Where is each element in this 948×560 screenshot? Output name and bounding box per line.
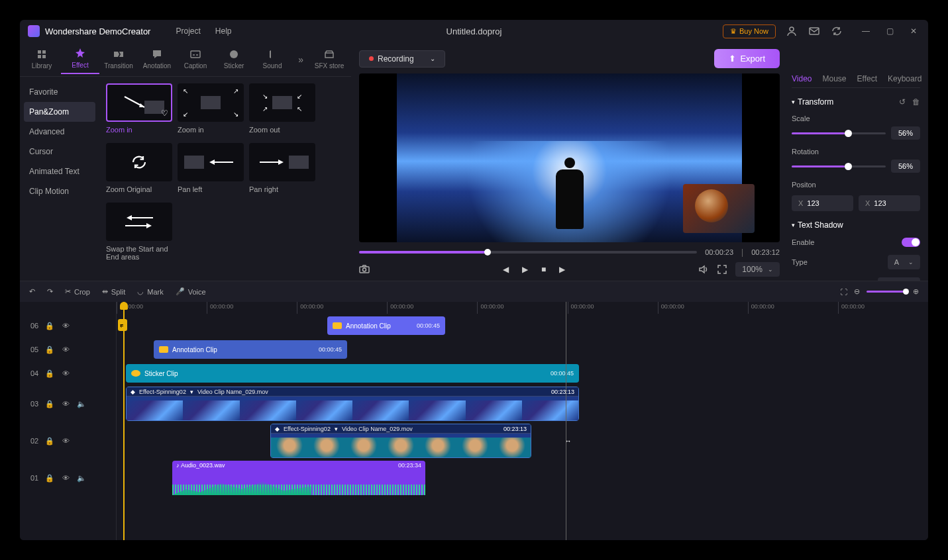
delete-icon[interactable]: 🗑	[912, 97, 920, 107]
playback-scrubber[interactable]	[359, 251, 697, 254]
section-text-shadow[interactable]: ▾ Text Shadow	[792, 220, 920, 230]
tab-sound[interactable]: Sound	[253, 45, 291, 73]
menu-project[interactable]: Project	[176, 26, 200, 36]
lock-icon[interactable]: 🔒	[45, 399, 54, 408]
annotation-clip[interactable]: Annotation Clip 00:00:45	[154, 340, 347, 359]
track-02[interactable]: ◆Effect-Spinning02▾Video Clip Name_029.m…	[117, 422, 928, 459]
zoom-out-button[interactable]: ⊖	[854, 287, 860, 296]
video-clip[interactable]: ◆Effect-Spinning02▾Video Clip Name_029.m…	[126, 387, 579, 421]
track-05[interactable]: Annotation Clip 00:00:45	[117, 338, 928, 361]
lock-icon[interactable]: 🔒	[45, 321, 54, 330]
sticker-clip[interactable]: Sticker Clip 00:00:45	[126, 364, 579, 383]
tab-caption[interactable]: Caption	[176, 45, 215, 73]
category-animated-text[interactable]: Animated Text	[20, 162, 99, 181]
next-frame-button[interactable]: ▶	[559, 265, 565, 274]
tab-library[interactable]: Library	[23, 45, 61, 73]
eye-icon[interactable]: 👁	[61, 436, 70, 445]
volume-button[interactable]	[698, 264, 709, 275]
props-tab-mouse[interactable]: Mouse	[822, 74, 846, 83]
mail-icon[interactable]	[808, 24, 821, 38]
lock-icon[interactable]: 🔒	[45, 369, 54, 378]
track-03[interactable]: ◆Effect-Spinning02▾Video Clip Name_029.m…	[117, 385, 928, 422]
play-button[interactable]: ▶	[522, 265, 528, 274]
enable-toggle[interactable]	[902, 238, 920, 247]
effect-zoom-out[interactable]: ↘↙↗↖ Zoom out	[249, 83, 315, 134]
preview-viewport[interactable]	[359, 73, 780, 242]
type-dropdown[interactable]: A⌄	[888, 255, 920, 269]
eye-icon[interactable]: 👁	[61, 369, 70, 378]
effect-pan-right[interactable]: Pan right	[249, 143, 315, 193]
crop-tool[interactable]: ✂Crop	[65, 287, 90, 296]
close-button[interactable]: ✕	[907, 24, 920, 38]
timeline-zoom-slider[interactable]	[867, 291, 906, 293]
rotation-slider[interactable]	[792, 165, 886, 167]
timeline-cursor[interactable]	[566, 302, 566, 540]
scale-slider[interactable]	[792, 132, 886, 134]
export-button[interactable]: ⬆ Export	[714, 49, 780, 68]
maximize-button[interactable]: ▢	[883, 24, 896, 38]
effect-zoom-original[interactable]: Zoom Original	[106, 143, 172, 193]
transition-marker[interactable]: ⇄	[118, 319, 127, 331]
user-icon[interactable]	[785, 24, 798, 38]
stop-button[interactable]: ■	[541, 265, 546, 274]
track-04[interactable]: Sticker Clip 00:00:45	[117, 361, 928, 385]
position-x-input[interactable]: X123	[792, 195, 853, 211]
props-tab-keyboard[interactable]: Keyboard	[888, 74, 922, 83]
category-clip-motion[interactable]: Clip Motion	[20, 181, 99, 201]
eye-icon[interactable]: 👁	[61, 473, 70, 483]
annotation-icon	[159, 346, 168, 353]
mute-icon[interactable]: 🔈	[77, 473, 86, 483]
recording-dropdown[interactable]: Recording ⌄	[359, 50, 445, 68]
effect-pan-left[interactable]: Pan left	[178, 143, 244, 193]
category-cursor[interactable]: Cursor	[20, 142, 99, 162]
zoom-in-button[interactable]: ⊕	[913, 287, 919, 296]
eye-icon[interactable]: 👁	[61, 399, 70, 408]
timeline-ruler[interactable]: 00:00:0000:00:0000:00:0000:00:0000:00:00…	[117, 302, 928, 314]
category-pan-zoom[interactable]: Pan&Zoom	[24, 102, 95, 122]
preview-zoom-dropdown[interactable]: 100% ⌄	[735, 262, 780, 277]
effect-zoom-in-2[interactable]: ↖↗↙↘ Zoom in	[178, 83, 244, 134]
redo-button[interactable]: ↷	[47, 287, 53, 296]
tab-sfx-store[interactable]: SFX store	[310, 45, 348, 73]
track-06[interactable]: ⇄ Annotation Clip 00:00:45	[117, 314, 928, 338]
voice-tool[interactable]: 🎤Voice	[176, 287, 206, 296]
scale-value[interactable]: 56%	[891, 126, 920, 140]
minimize-button[interactable]: —	[859, 24, 872, 38]
tabs-more-button[interactable]: »	[291, 54, 310, 65]
menu-help[interactable]: Help	[215, 26, 232, 36]
section-transform[interactable]: ▾ Transform ↺🗑	[792, 97, 920, 107]
reset-icon[interactable]: ↺	[899, 97, 906, 107]
track-01[interactable]: ♪ Audio_0023.wav00:23:34	[117, 459, 928, 496]
lock-icon[interactable]: 🔒	[45, 473, 54, 483]
mark-tool[interactable]: ◡Mark	[137, 287, 163, 296]
video-clip[interactable]: ◆Effect-Spinning02▾Video Clip Name_029.m…	[270, 424, 531, 458]
lock-icon[interactable]: 🔒	[45, 345, 54, 354]
lock-icon[interactable]: 🔒	[45, 436, 54, 445]
tab-effect[interactable]: Effect	[61, 44, 99, 74]
tab-transition[interactable]: Transition	[99, 45, 138, 73]
split-tool[interactable]: ⇹Split	[102, 287, 125, 296]
undo-button[interactable]: ↶	[29, 287, 35, 296]
effect-zoom-in[interactable]: ♡ Zoom in	[106, 83, 172, 134]
prev-frame-button[interactable]: ◀	[503, 265, 509, 274]
fullscreen-button[interactable]	[717, 264, 727, 275]
props-tab-video[interactable]: Video	[792, 74, 812, 83]
mute-icon[interactable]: 🔈	[77, 399, 86, 408]
category-favorite[interactable]: Favorite	[20, 82, 99, 102]
fit-button[interactable]: ⛶	[840, 288, 847, 296]
timeline-playhead[interactable]	[123, 302, 125, 540]
props-tab-effect[interactable]: Effect	[857, 74, 877, 83]
rotation-value[interactable]: 56%	[891, 160, 920, 173]
annotation-clip[interactable]: Annotation Clip 00:00:45	[327, 316, 445, 335]
position-y-input[interactable]: X123	[859, 195, 920, 211]
effect-swap[interactable]: Swap the Start and End areas	[106, 203, 172, 261]
eye-icon[interactable]: 👁	[61, 345, 70, 354]
tab-sticker[interactable]: Sticker	[215, 45, 253, 73]
category-advanced[interactable]: Advanced	[20, 122, 99, 142]
eye-icon[interactable]: 👁	[61, 321, 70, 330]
snapshot-button[interactable]	[359, 264, 370, 275]
tab-anotation[interactable]: Anotation	[138, 45, 176, 73]
audio-clip[interactable]: ♪ Audio_0023.wav00:23:34	[172, 461, 425, 495]
sync-icon[interactable]	[830, 24, 843, 38]
buy-now-button[interactable]: ♛ Buy Now	[723, 24, 776, 38]
